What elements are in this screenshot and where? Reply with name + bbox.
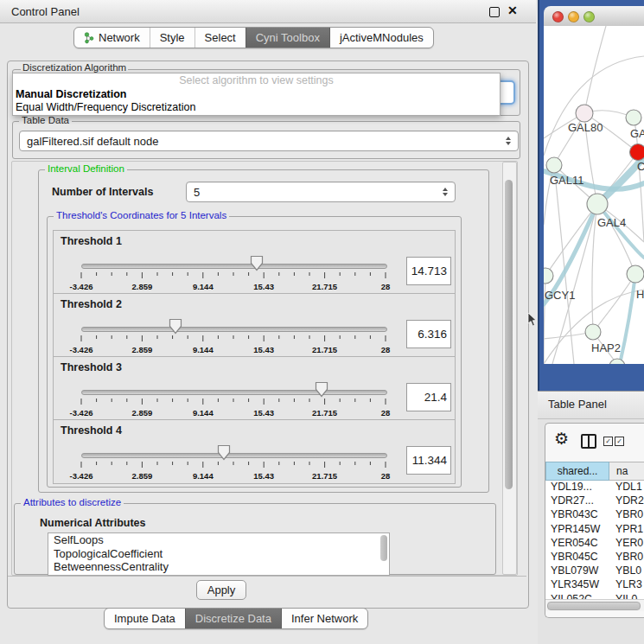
- tab-discretize-data[interactable]: Discretize Data: [185, 609, 281, 628]
- svg-text:2.859: 2.859: [132, 408, 153, 418]
- attributes-list-scrollbar[interactable]: [380, 535, 387, 561]
- settings-gear-icon[interactable]: ⚙: [554, 429, 569, 449]
- tab-impute-data[interactable]: Impute Data: [105, 609, 185, 628]
- cell-name[interactable]: YLR3: [609, 578, 644, 592]
- table-data-combobox[interactable]: galFiltered.sif default node: [19, 131, 519, 151]
- cell-shared-name[interactable]: YDL19...: [545, 481, 609, 494]
- apply-button[interactable]: Apply: [196, 580, 246, 600]
- attribute-item-selfloops[interactable]: SelfLoops: [48, 533, 389, 547]
- cell-name[interactable]: YBR0: [609, 508, 644, 522]
- tab-jactivemnodules[interactable]: jActiveMNodules: [329, 28, 433, 48]
- zoom-traffic-light[interactable]: [583, 11, 595, 22]
- control-panel-titlebar: [0, 0, 536, 23]
- table-row[interactable]: YBL079WYBL0: [545, 564, 644, 578]
- slider-track[interactable]: [81, 327, 387, 332]
- threshold-value-field[interactable]: 21.4: [406, 383, 451, 411]
- slider-knob[interactable]: [169, 318, 182, 335]
- float-window-icon[interactable]: [489, 7, 500, 17]
- numerical-attributes-list[interactable]: SelfLoopsTopologicalCoefficientBetweenne…: [48, 532, 390, 576]
- threshold-value-field[interactable]: 14.713: [406, 257, 451, 285]
- tab-cyni-toolbox[interactable]: Cyni Toolbox: [245, 28, 329, 48]
- apply-separator: [8, 576, 526, 577]
- cell-name[interactable]: YDL1: [609, 481, 644, 494]
- slider-track[interactable]: [81, 390, 387, 395]
- table-horizontal-scrollbar[interactable]: [545, 599, 644, 611]
- algorithm-option-manual-discretization[interactable]: Manual Discretization: [13, 88, 500, 101]
- network-node-h[interactable]: [627, 265, 644, 283]
- table-row[interactable]: YBR043CYBR0: [545, 508, 644, 522]
- svg-text:-3.426: -3.426: [70, 282, 93, 291]
- algorithm-popup: Select algorithm to view settings Manual…: [12, 73, 501, 116]
- table-body[interactable]: YDL19...YDL1YDR27...YDR2YBR043CYBR0YPR14…: [545, 481, 644, 599]
- slider-knob[interactable]: [315, 381, 328, 398]
- network-node[interactable]: [609, 359, 625, 364]
- attribute-item-betweennesscentrality[interactable]: BetweennessCentrality: [48, 560, 389, 574]
- tab-label: Impute Data: [114, 612, 175, 625]
- cell-name[interactable]: YPR1: [609, 523, 644, 537]
- table-row[interactable]: YIL052CYIL0: [545, 593, 644, 600]
- network-edge-highlighted[interactable]: [620, 274, 635, 364]
- slider-track[interactable]: [81, 264, 387, 269]
- tab-network[interactable]: Network: [74, 28, 150, 48]
- network-node-gcy1[interactable]: [544, 268, 553, 284]
- svg-text:28: 28: [381, 345, 391, 354]
- close-icon[interactable]: ✕: [507, 3, 518, 17]
- cell-shared-name[interactable]: YIL052C: [545, 593, 609, 600]
- attribute-item-topologicalcoefficient[interactable]: TopologicalCoefficient: [48, 547, 389, 561]
- split-columns-icon[interactable]: [581, 434, 596, 449]
- cell-name[interactable]: YBR0: [609, 551, 644, 564]
- tab-label: jActiveMNodules: [340, 31, 424, 44]
- number-of-intervals-combobox[interactable]: 5: [186, 182, 456, 202]
- checkbox-icon[interactable]: ✓: [603, 437, 613, 446]
- tab-infer-network[interactable]: Infer Network: [281, 609, 367, 628]
- tab-select[interactable]: Select: [194, 28, 245, 48]
- threshold-value-field[interactable]: 11.344: [406, 446, 451, 475]
- svg-text:-3.426: -3.426: [70, 345, 93, 354]
- cell-name[interactable]: YDR2: [609, 494, 644, 508]
- network-canvas[interactable]: GAL80GACGAL11GAL4GCY1HHAP2: [544, 26, 644, 364]
- minimize-traffic-light[interactable]: [568, 11, 579, 22]
- svg-text:-3.426: -3.426: [70, 471, 93, 481]
- network-node-c[interactable]: [630, 144, 644, 161]
- cell-shared-name[interactable]: YPR145W: [545, 523, 609, 537]
- cell-name[interactable]: YIL0: [609, 593, 644, 600]
- threshold-row-2: Threshold 2-3.4262.8599.14415.4321.71528…: [53, 293, 456, 358]
- panel-scrollbar-thumb[interactable]: [505, 180, 513, 489]
- slider-ruler: -3.4262.8599.14415.4321.71528: [54, 462, 455, 481]
- slider-knob[interactable]: [250, 255, 264, 271]
- network-edge[interactable]: [597, 204, 635, 274]
- close-traffic-light[interactable]: [552, 11, 564, 22]
- table-row[interactable]: YPR145WYPR1: [545, 523, 644, 537]
- table-row[interactable]: YBR045CYBR0: [545, 551, 644, 564]
- table-row[interactable]: YER054CYER0: [545, 537, 644, 551]
- network-node-ga[interactable]: [626, 110, 641, 125]
- network-node-gal11[interactable]: [546, 157, 562, 173]
- column-header-name[interactable]: na: [609, 462, 644, 481]
- network-edge[interactable]: [545, 204, 597, 276]
- cell-name[interactable]: YER0: [609, 537, 644, 551]
- tab-style[interactable]: Style: [150, 28, 194, 48]
- column-header-shared-name[interactable]: shared...: [545, 462, 609, 481]
- table-row[interactable]: YLR345WYLR3: [545, 578, 644, 592]
- slider-track[interactable]: [81, 453, 387, 458]
- checkbox-icon[interactable]: ✓: [615, 437, 624, 446]
- slider-knob[interactable]: [217, 444, 231, 461]
- algorithm-popup-hint: Select algorithm to view settings: [13, 73, 500, 88]
- cell-shared-name[interactable]: YBR043C: [545, 508, 609, 522]
- network-node-gal4[interactable]: [587, 194, 608, 214]
- cell-shared-name[interactable]: YBL079W: [545, 564, 609, 578]
- threshold-value-field[interactable]: 6.316: [406, 320, 451, 348]
- cell-name[interactable]: YBL0: [609, 564, 644, 578]
- cell-shared-name[interactable]: YBR045C: [545, 551, 609, 564]
- cell-shared-name[interactable]: YDR27...: [545, 494, 609, 508]
- table-row[interactable]: YDL19...YDL1: [545, 481, 644, 494]
- network-node-hap2[interactable]: [585, 324, 601, 340]
- network-node-gal80[interactable]: [576, 105, 593, 122]
- table-scrollbar-thumb[interactable]: [547, 602, 641, 610]
- table-row[interactable]: YDR27...YDR2: [545, 494, 644, 508]
- panel-vertical-scrollbar[interactable]: [502, 162, 517, 575]
- algorithm-option-equal-width-frequency-discretization[interactable]: Equal Width/Frequency Discretization: [13, 101, 500, 114]
- svg-text:28: 28: [381, 408, 391, 418]
- cell-shared-name[interactable]: YER054C: [545, 537, 609, 551]
- cell-shared-name[interactable]: YLR345W: [545, 578, 609, 592]
